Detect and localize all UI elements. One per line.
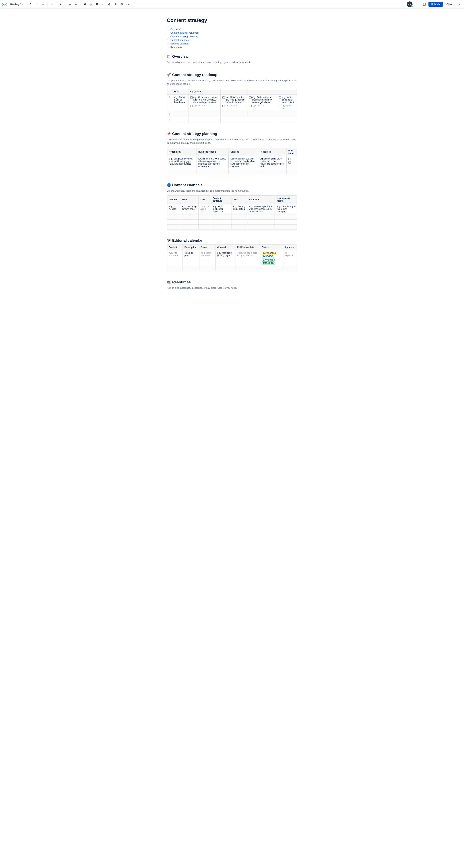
checkbox-row-6: Type your ac... xyxy=(249,104,275,107)
confluence-logo-icon xyxy=(2,2,6,6)
planning-cell-content: List the content you plan to create and … xyxy=(229,156,258,169)
task-checkbox[interactable] xyxy=(190,96,193,99)
toolbar-right: CK + Publish Close ··· xyxy=(407,1,462,7)
roadmap-col-sprint1: e.g., Sprint 1 xyxy=(188,89,221,94)
channels-table: Channel Name Link Content structure Tone… xyxy=(167,195,297,230)
bold-button[interactable]: B xyxy=(28,2,33,7)
planning-cell-action: e.g., Complete a content audit and ident… xyxy=(167,156,196,169)
resources-heading: 📚 Resources xyxy=(167,280,297,284)
editorial-col-approver: Approver xyxy=(283,245,297,250)
editorial-heading: 📅 Editorial calendar xyxy=(167,239,297,243)
toolbar-divider-4 xyxy=(65,3,65,6)
task-button[interactable]: ☑ xyxy=(82,2,87,7)
editorial-cell-owner: @ mention the owner xyxy=(199,250,215,266)
planning-col-next: Next steps xyxy=(286,148,297,156)
planning-description: Look over your content strategy roadmap … xyxy=(167,138,297,145)
image-button[interactable]: 🖼 xyxy=(94,2,100,7)
channels-col-channel: Channel xyxy=(167,195,180,204)
resources-description: Add links to guidelines, glossaries, or … xyxy=(167,286,297,290)
checkbox-planning-2 xyxy=(288,161,295,164)
toc-item-roadmap[interactable]: Content strategy roadmap xyxy=(170,31,297,34)
text-color-button[interactable]: A xyxy=(58,2,63,7)
editorial-icon: 📅 xyxy=(167,239,171,243)
roadmap-icon: 🚀 xyxy=(167,73,171,77)
editorial-table: Content Description Owner Channel Public… xyxy=(167,244,297,272)
task-checkbox-8[interactable] xyxy=(279,105,281,107)
add-collaborator-button[interactable]: + xyxy=(414,1,420,7)
number-list-button[interactable]: ≕ xyxy=(73,2,78,7)
align-button[interactable]: ≡ xyxy=(49,2,54,7)
task-checkbox-4[interactable] xyxy=(222,105,225,107)
more-text-button[interactable]: ··· xyxy=(40,2,45,7)
status-badge-in-progress: IN PROGRESS xyxy=(262,252,277,255)
roadmap-cell-col3: e.g., Develop voice and tone guidelines … xyxy=(221,94,247,112)
task-checkbox-6[interactable] xyxy=(249,105,252,107)
overview-heading: 📋 Overview xyxy=(167,55,297,59)
channels-col-audience: Audience xyxy=(247,195,275,204)
toc-item-resources[interactable]: Resources xyxy=(170,46,297,49)
roadmap-table: Goal e.g., Sprint 1 1 e.g., Create a uni… xyxy=(167,89,297,123)
channels-cell-structure: e.g., hero, subheader, blurb, CTA xyxy=(211,204,231,214)
resources-section: 📚 Resources Add links to guidelines, glo… xyxy=(167,280,297,290)
heading-select[interactable]: Heading 2 ▾ xyxy=(9,2,24,6)
table-row xyxy=(167,266,297,272)
status-badge-approved: APPROVED xyxy=(262,258,274,261)
link-button[interactable]: 🔗 xyxy=(88,2,93,7)
planning-col-content: Content xyxy=(229,148,258,156)
planning-heading: 📌 Content strategy planning xyxy=(167,132,297,136)
more-insert-button[interactable]: +··· xyxy=(125,2,130,7)
task-checkbox-2[interactable] xyxy=(190,105,193,107)
task-checkbox-5[interactable] xyxy=(249,96,252,99)
channels-icon: 🔵 xyxy=(167,183,171,187)
task-checkbox-3[interactable] xyxy=(222,96,225,99)
table-button[interactable]: ⊞ xyxy=(113,2,118,7)
table-row: Type / to add a link e.g., blog post @ m… xyxy=(167,250,297,266)
checkbox-row-2: Type your actio... xyxy=(190,104,219,107)
checkbox-row-5: e.g., Train writers and stakeholders on … xyxy=(249,96,275,103)
editorial-col-status: Status xyxy=(260,245,283,250)
page-title: Content strategy xyxy=(167,18,297,23)
planning-table: Action item Business reason Content Reso… xyxy=(167,148,297,174)
checkbox-row-3: e.g., Develop voice and tone guidelines … xyxy=(222,96,245,103)
planning-col-action: Action item xyxy=(167,148,196,156)
editorial-cell-pubdate: Type // to add a date using a calendar xyxy=(235,250,260,266)
toc-item-channels[interactable]: Content channels xyxy=(170,38,297,41)
publish-button[interactable]: Publish xyxy=(428,2,443,7)
planning-section: 📌 Content strategy planning Look over yo… xyxy=(167,132,297,174)
italic-button[interactable]: I xyxy=(34,2,39,7)
toc-item-planning[interactable]: Content strategy planning xyxy=(170,35,297,38)
editorial-section: 📅 Editorial calendar Content Description… xyxy=(167,239,297,272)
layout-button[interactable]: ⊟ xyxy=(119,2,124,7)
roadmap-cell-col4: e.g., Train writers and stakeholders on … xyxy=(247,94,277,112)
editorial-col-description: Description xyxy=(183,245,199,250)
mention-button[interactable]: @ xyxy=(107,2,112,7)
chevron-down-icon: ▾ xyxy=(22,3,23,6)
channels-cell-tone: e.g., friendly and exciting xyxy=(231,204,247,214)
table-row xyxy=(167,220,297,225)
channels-cell-audience: e.g., women ages 35-49 who earn over $10… xyxy=(247,204,275,214)
editorial-col-channel: Channel xyxy=(215,245,235,250)
checkbox-row: e.g., Complete a content audit and ident… xyxy=(190,96,219,103)
editorial-col-pubdate: Publication date xyxy=(235,245,260,250)
bullet-list-button[interactable]: ≔ xyxy=(67,2,72,7)
planning-checkbox-2[interactable] xyxy=(288,161,291,164)
planning-col-resources: Resources xyxy=(258,148,287,156)
channels-heading: 🔵 Content channels xyxy=(167,183,297,187)
table-row: 3 xyxy=(167,117,297,123)
roadmap-col-num xyxy=(167,89,172,94)
page-content: Content strategy Overview Content strate… xyxy=(163,11,301,304)
toc-item-overview[interactable]: Overview xyxy=(170,28,297,30)
roadmap-cell-col5: e.g., Write and publish new content Type… xyxy=(277,94,297,112)
planning-checkbox-1[interactable] xyxy=(288,158,291,160)
checkbox-row-7: e.g., Write and publish new content xyxy=(279,96,295,103)
planning-cell-resources: Explain the skills, tools, budget, and t… xyxy=(258,156,287,169)
emoji-button[interactable]: ☺ xyxy=(101,2,106,7)
more-options-button[interactable]: ··· xyxy=(456,1,462,7)
roadmap-col-sprint3 xyxy=(247,89,277,94)
avatar[interactable]: CK xyxy=(407,1,412,7)
status-badge-in-review: IN REVIEW xyxy=(262,255,274,258)
close-button[interactable]: Close xyxy=(444,2,455,7)
template-button[interactable] xyxy=(421,1,427,7)
toc-item-editorial[interactable]: Editorial calendar xyxy=(170,42,297,45)
task-checkbox-7[interactable] xyxy=(279,96,281,99)
